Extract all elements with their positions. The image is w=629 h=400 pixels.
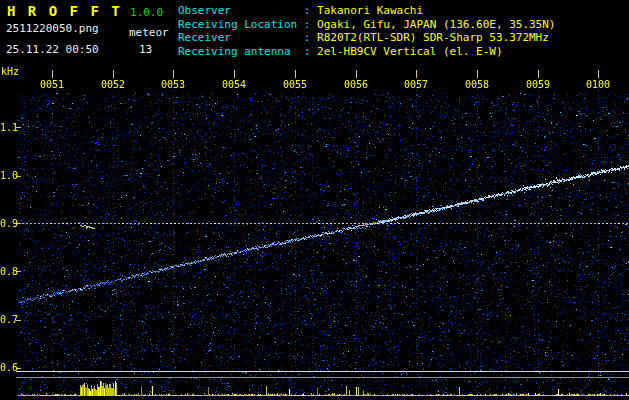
info-row: Receiving antenna : 2el-HB9CV Vertical (…	[178, 45, 556, 59]
freq-tick-label: 0.8	[0, 266, 15, 277]
app-version: 1.0.0	[130, 6, 163, 19]
output-filename: 2511220050.png	[6, 22, 99, 35]
info-value: 2el-HB9CV Vertical (el. E-W)	[317, 45, 502, 58]
info-value: Ogaki, Gifu, JAPAN (136.60E, 35.35N)	[317, 18, 555, 31]
hrofft-window: H R O F F T 1.0.0 2511220050.png meteor …	[0, 0, 629, 400]
info-label: Receiver :	[178, 31, 317, 44]
freq-tick-label: 1.0	[0, 170, 15, 181]
mode-label: meteor	[129, 26, 169, 39]
echo-count: 13	[139, 43, 152, 56]
time-tick-label: 0052	[98, 79, 128, 90]
freq-tick-label: 1.1	[0, 122, 15, 133]
time-tick-label: 0054	[219, 79, 249, 90]
info-row: Observer : Takanori Kawachi	[178, 4, 556, 18]
info-value: R820T2(RTL-SDR) SDR-Sharp 53.372MHz	[317, 31, 549, 44]
time-tick-label: 0059	[523, 79, 553, 90]
timestamp-label: 25.11.22 00:50	[6, 43, 99, 56]
freq-tick-label: 0.7	[0, 314, 15, 325]
time-tick-label: 0053	[158, 79, 188, 90]
freq-tick-label: 0.9	[0, 218, 15, 229]
time-tick-label: 0058	[462, 79, 492, 90]
info-label: Observer :	[178, 4, 317, 17]
spectrogram-canvas	[0, 65, 629, 400]
time-axis: 0051005200530054005500560057005800590100	[0, 79, 629, 91]
info-label: Receiving antenna :	[178, 45, 317, 58]
time-tick-label: 0057	[401, 79, 431, 90]
time-tick-label: 0051	[37, 79, 67, 90]
freq-tick-label: 0.6	[0, 362, 15, 373]
time-tick-label: 0100	[583, 79, 613, 90]
info-row: Receiver : R820T2(RTL-SDR) SDR-Sharp 53.…	[178, 31, 556, 45]
info-panel: Observer : Takanori KawachiReceiving Loc…	[178, 4, 556, 58]
app-title: H R O F F T	[7, 3, 122, 19]
time-tick-label: 0056	[341, 79, 371, 90]
info-label: Receiving Location :	[178, 18, 317, 31]
time-tick-label: 0055	[280, 79, 310, 90]
info-row: Receiving Location : Ogaki, Gifu, JAPAN …	[178, 18, 556, 32]
info-value: Takanori Kawachi	[317, 4, 423, 17]
freq-axis: 1.11.00.90.80.70.6	[0, 65, 18, 400]
